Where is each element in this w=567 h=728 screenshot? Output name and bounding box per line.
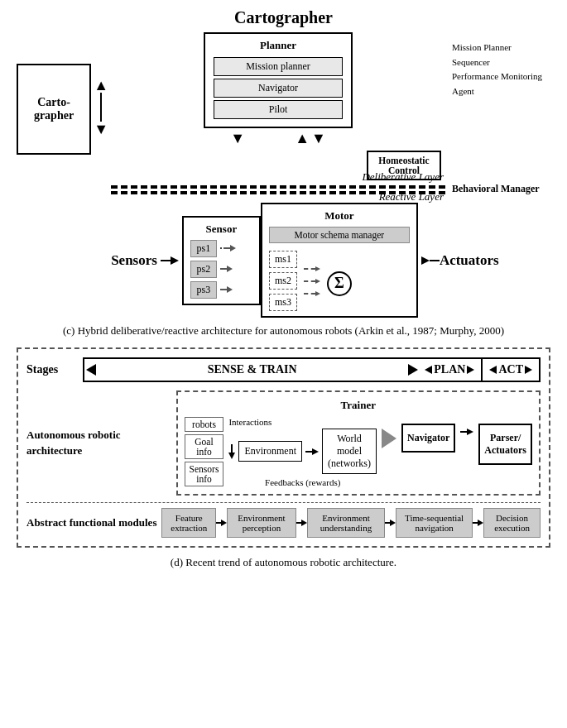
planner-item-pilot: Pilot [214, 100, 343, 119]
feedback-label: Feedbacks (rewards) [228, 477, 377, 487]
arrow-ps3 [227, 286, 233, 293]
v-line-env [231, 444, 233, 453]
arrow-func-1 [216, 520, 227, 526]
abstract-row: Abstract functional modules Feature extr… [26, 508, 541, 538]
sigma-circle: Σ [327, 271, 352, 296]
world-model-box: World model (networks) [322, 429, 377, 474]
arrowhead-nav-parser [467, 429, 473, 435]
navigator-box: Navigator [401, 424, 455, 453]
grey-arrow [382, 429, 396, 448]
motor-box: Motor Motor schema manager ms1 ms2 ms3 [261, 203, 418, 318]
reactive-label: Reactive Layer [379, 190, 444, 204]
ps1-box: ps1 [190, 240, 217, 257]
sense-train-label: SENSE & TRAIN [96, 359, 408, 381]
arrow-line-actuators [430, 260, 440, 261]
sensors-input: Sensors info [185, 462, 224, 486]
arrow-ms2 [315, 279, 320, 284]
act-block: ACT [483, 357, 541, 382]
arrowhead-actuators [421, 256, 430, 265]
planner-item-navigator: Navigator [214, 79, 343, 98]
v-connector-1 [100, 93, 102, 122]
plan-arrow-right [467, 366, 474, 374]
right-label-2: Sequencer [452, 55, 550, 70]
env-wm-row: Environment World model (networks) [228, 429, 377, 474]
page: Cartographer Carto-grapher ▲ ▼ Planner [0, 0, 567, 577]
cartographer-label: Carto-grapher [34, 96, 74, 122]
bottom-caption: (d) Recent trend of autonomous robotic a… [17, 556, 550, 569]
stages-row: Stages SENSE & TRAIN PLAN ACT [26, 357, 541, 382]
ms-connectors [304, 266, 320, 296]
cartographer-box: Carto-grapher [17, 64, 91, 155]
robots-input: robots [185, 417, 224, 432]
arch-label: Autonomous robotic architecture [26, 390, 171, 496]
dashed-ms3 [304, 293, 315, 295]
goal-input: Goal info [185, 434, 224, 459]
sensors-label: Sensors [111, 252, 157, 269]
right-label-3: Performance Monitoring Agent [452, 69, 550, 98]
arrow-up-planner-right: ▲ [295, 130, 310, 147]
stages-label: Stages [26, 363, 83, 376]
arrow-down-planner-right: ▼ [311, 130, 326, 147]
inputs-column: robots Goal info Sensors info [185, 417, 224, 486]
parser-box: Parser/ Actuators [478, 424, 532, 465]
sensor-box: Sensor ps1 [182, 216, 261, 305]
arrowhead-sensors [171, 256, 179, 265]
arch-row: Autonomous robotic architecture Trainer … [26, 390, 541, 496]
behavioral-manager-label: Behavioral Manager [452, 181, 550, 197]
nav-to-parser-arrow [460, 429, 473, 435]
motor-title: Motor [269, 209, 410, 223]
env-to-wm-arrow [305, 448, 319, 455]
h-line-nav-parser [460, 431, 467, 433]
arrow-func-3 [385, 520, 396, 526]
sensor-title: Sensor [190, 223, 252, 236]
trainer-content: robots Goal info Sensors info Interactio… [185, 417, 532, 487]
env-box: Environment [238, 441, 302, 462]
h-line-env-wm [305, 451, 312, 453]
deliberative-label: Deliberative Layer [362, 170, 444, 184]
ms2-box: ms2 [269, 272, 297, 290]
arrow-down-1: ▼ [94, 122, 108, 136]
grey-arrow-container [382, 429, 396, 448]
deliberative-line [111, 185, 445, 189]
schema-manager-box: Motor schema manager [269, 227, 410, 243]
ms1-box: ms1 [269, 251, 297, 268]
right-labels-col: Mission Planner Sequencer Performance Mo… [452, 32, 550, 198]
arrowhead-down-env [228, 453, 235, 459]
actuators-label: Actuators [440, 252, 499, 269]
ps3-box: ps3 [190, 281, 217, 299]
ms-column: ms1 ms2 ms3 [269, 251, 297, 311]
dot-connector-1 [220, 247, 222, 249]
dashed-line-2 [220, 268, 227, 270]
planner-item-mission: Mission planner [214, 57, 343, 76]
sense-arrow-left [86, 364, 96, 376]
abstract-label: Abstract functional modules [26, 515, 156, 530]
arrow-line-sensors [161, 260, 171, 261]
cartographer-title: Cartographer [17, 8, 550, 27]
dashed-line-1 [223, 247, 230, 249]
func-modules-row: Feature extraction Environment perceptio… [161, 508, 541, 538]
dashed-line-3 [220, 289, 227, 290]
planner-title: Planner [214, 39, 343, 52]
trainer-title: Trainer [185, 399, 532, 412]
top-caption: (c) Hybrid deliberative/reactive archite… [17, 324, 550, 338]
sense-arrow-right [408, 364, 418, 376]
func-box-4: Time-sequential navigation [396, 508, 473, 538]
arrow-ps2 [227, 266, 233, 272]
arrow-ps1 [230, 245, 236, 251]
bottom-diagram: Stages SENSE & TRAIN PLAN ACT [17, 347, 550, 548]
dashed-ms2 [304, 280, 315, 282]
down-arrow-env [228, 444, 235, 459]
planner-box: Planner Mission planner Navigator Pilot [204, 32, 353, 128]
arrow-func-4 [473, 520, 483, 526]
func-box-5: Decision execution [483, 508, 541, 538]
bottom-separator [26, 502, 541, 503]
arrow-func-2 [296, 520, 307, 526]
arrow-up-1: ▲ [94, 78, 108, 93]
dashed-ms1 [304, 268, 315, 270]
env-col: Interactions Environment [228, 417, 377, 487]
arrow-ms3 [315, 291, 320, 296]
act-arrow-right [525, 366, 532, 374]
plan-arrow-left [425, 366, 432, 374]
func-box-2: Environment perception [227, 508, 296, 538]
ps2-box: ps2 [190, 261, 217, 278]
